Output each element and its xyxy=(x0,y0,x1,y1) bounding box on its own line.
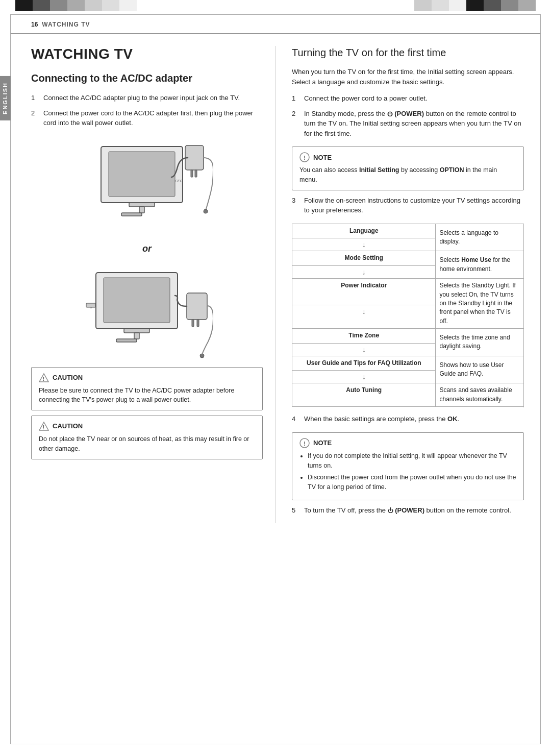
note-1-title: NOTE xyxy=(313,153,332,163)
note-2-title: NOTE xyxy=(313,438,332,448)
svg-rect-1 xyxy=(109,152,175,197)
right-section-title: Turning the TV on for the first time xyxy=(292,46,524,60)
caution-1-title: CAUTION xyxy=(53,373,83,383)
color-block xyxy=(102,0,119,11)
language-tab: ENGLISH xyxy=(0,76,11,120)
color-block xyxy=(85,0,102,11)
svg-text:!: ! xyxy=(43,376,44,382)
power-icon: ⏻ xyxy=(387,110,393,118)
right-step-4: 4 When the basic settings are complete, … xyxy=(292,414,524,424)
right-step-3-list: 3 Follow the on-screen instructions to c… xyxy=(292,196,524,215)
step-number: 3 xyxy=(292,196,301,215)
top-color-bars xyxy=(0,0,551,11)
color-block xyxy=(432,0,449,11)
left-steps-list: 1 Connect the AC/DC adapter plug to the … xyxy=(31,93,263,128)
setting-label: User Guide and Tips for FAQ Utilization xyxy=(292,356,436,370)
diagram-2: B xyxy=(31,262,263,362)
note-box-1: ! NOTE You can also access Initial Setti… xyxy=(292,147,524,190)
color-block xyxy=(119,0,137,11)
step-text: Follow the on-screen instructions to cus… xyxy=(304,196,524,215)
note-box-2: ! NOTE If you do not complete the Initia… xyxy=(292,432,524,500)
page-header: 16 WATCHING TV xyxy=(11,21,540,34)
step-number: 2 xyxy=(292,109,301,139)
arrow-cell: ↓ xyxy=(292,371,436,383)
right-steps-list: 1 Connect the power cord to a power outl… xyxy=(292,93,524,138)
svg-point-9 xyxy=(204,209,208,213)
svg-rect-18 xyxy=(192,320,194,327)
note-2-list: If you do not complete the Initial setti… xyxy=(299,451,516,492)
caution-1-text: Please be sure to connect the TV to the … xyxy=(39,387,234,404)
caution-2-header: ! CAUTION xyxy=(39,421,255,431)
color-block xyxy=(449,0,466,11)
step-text: When the basic settings are complete, pr… xyxy=(304,414,459,424)
right-step-5: 5 To turn the TV off, press the ⏻ (POWER… xyxy=(292,505,524,516)
svg-rect-14 xyxy=(116,339,137,342)
arrow-cell: ↓ xyxy=(292,343,436,356)
svg-text:!: ! xyxy=(43,425,44,430)
left-step-2: 2 Connect the power cord to the AC/DC ad… xyxy=(31,108,263,128)
table-row: Auto TuningScans and saves available cha… xyxy=(292,383,524,407)
step-text: Connect the AC/DC adapter plug to the po… xyxy=(43,93,240,103)
step-number: 2 xyxy=(31,108,40,128)
svg-rect-11 xyxy=(104,278,170,323)
caution-icon-2: ! xyxy=(39,421,49,431)
settings-table: LanguageSelects a language to display.↓M… xyxy=(292,224,524,407)
page-container: ENGLISH 16 WATCHING TV WATCHING TV Conne… xyxy=(10,14,541,744)
right-step-5-list: 5 To turn the TV off, press the ⏻ (POWER… xyxy=(292,505,524,516)
tv-diagram-2: B xyxy=(81,262,213,362)
right-step-1: 1 Connect the power cord to a power outl… xyxy=(292,93,524,104)
table-row: LanguageSelects a language to display. xyxy=(292,224,524,238)
svg-text:!: ! xyxy=(304,155,306,161)
color-block xyxy=(67,0,85,11)
svg-rect-3 xyxy=(139,207,144,213)
step-number: 1 xyxy=(292,93,301,104)
step-number: 4 xyxy=(292,414,301,424)
caution-icon-1: ! xyxy=(39,373,49,383)
table-row: Time ZoneSelects the time zone and dayli… xyxy=(292,329,524,343)
setting-label: Auto Tuning xyxy=(292,383,436,407)
color-block xyxy=(33,0,50,11)
svg-text:CEC: CEC xyxy=(175,179,183,183)
caution-2-title: CAUTION xyxy=(53,421,83,431)
right-step-3: 3 Follow the on-screen instructions to c… xyxy=(292,196,524,215)
left-section-title: Connecting to the AC/DC adapter xyxy=(31,71,263,85)
setting-description: Selects a language to display. xyxy=(436,224,524,251)
svg-rect-17 xyxy=(187,293,207,320)
step-number: 1 xyxy=(31,93,40,103)
svg-rect-19 xyxy=(197,320,199,327)
setting-description: Selects the time zone and daylight savin… xyxy=(436,329,524,356)
color-block xyxy=(501,0,518,11)
step-text: Connect the power cord to the AC/DC adap… xyxy=(43,108,263,128)
note-bullet: Disconnect the power cord from the power… xyxy=(308,473,516,492)
color-block xyxy=(50,0,67,11)
setting-description: Selects Home Use for the home environmen… xyxy=(436,251,524,279)
note-bullet: If you do not complete the Initial setti… xyxy=(308,451,516,471)
step-text: In Standby mode, press the ⏻ (POWER) but… xyxy=(304,109,524,139)
left-step-1: 1 Connect the AC/DC adapter plug to the … xyxy=(31,93,263,103)
right-step-4-list: 4 When the basic settings are complete, … xyxy=(292,414,524,424)
left-column: WATCHING TV Connecting to the AC/DC adap… xyxy=(11,46,276,523)
arrow-cell: ↓ xyxy=(292,265,436,278)
svg-rect-8 xyxy=(195,170,197,177)
table-row: User Guide and Tips for FAQ UtilizationS… xyxy=(292,356,524,370)
step-text: Connect the power cord to a power outlet… xyxy=(304,93,427,104)
color-block xyxy=(414,0,432,11)
svg-rect-7 xyxy=(191,170,193,177)
setting-label: Language xyxy=(292,224,436,238)
note-icon-1: ! xyxy=(299,152,310,162)
table-row: Power IndicatorSelects the Standby Light… xyxy=(292,279,524,305)
main-title: WATCHING TV xyxy=(31,46,263,62)
svg-point-20 xyxy=(200,354,204,358)
svg-rect-16 xyxy=(86,303,95,307)
svg-rect-12 xyxy=(124,329,149,333)
page-number: 16 xyxy=(31,21,38,28)
or-divider: or xyxy=(31,243,263,254)
right-column: Turning the TV on for the first time Whe… xyxy=(276,46,540,523)
note-1-text: You can also access Initial Setting by a… xyxy=(299,166,497,183)
arrow-cell: ↓ xyxy=(292,305,436,328)
step-text: To turn the TV off, press the ⏻ (POWER) … xyxy=(304,505,511,516)
svg-rect-2 xyxy=(129,203,155,207)
table-row: Mode SettingSelects Home Use for the hom… xyxy=(292,251,524,265)
color-block xyxy=(518,0,536,11)
arrow-cell: ↓ xyxy=(292,238,436,251)
